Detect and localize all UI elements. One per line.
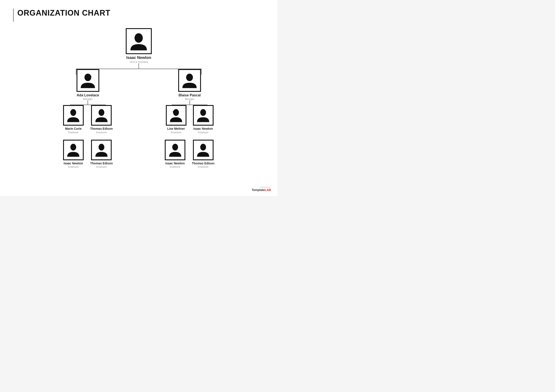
ada-name: Ada Lovelace xyxy=(77,93,99,97)
footer-branding: CREATED BY TemplateLAB xyxy=(252,186,271,192)
svg-point-7 xyxy=(173,109,179,116)
thomas-blaise2-name: Thomas Edison xyxy=(192,162,214,165)
isaac-blaise1-title: Employee xyxy=(198,131,209,134)
brand-lab: LAB xyxy=(265,188,271,192)
brand-template: Template xyxy=(252,188,265,192)
avatar-ceo xyxy=(126,28,152,54)
silhouette-ada xyxy=(79,71,97,89)
person-thomas1: Thomas Edison Employee xyxy=(90,105,113,134)
thomas1-name: Thomas Edison xyxy=(90,127,113,131)
avatar-marie xyxy=(63,105,84,126)
isaac-ada1-title: Employee xyxy=(68,165,79,168)
title-bar xyxy=(13,9,14,22)
svg-point-2 xyxy=(70,109,76,116)
avatar-isaac-blaise1 xyxy=(193,105,213,126)
ceo-level: Isaac Newton CEO & President xyxy=(126,28,152,63)
avatar-thomas-ada2 xyxy=(91,140,112,160)
page-title: ORGANIZATION CHART xyxy=(17,9,110,17)
title-section: ORGANIZATION CHART xyxy=(13,9,264,22)
svg-point-9 xyxy=(172,144,178,150)
thomas1-title: Employee xyxy=(96,131,107,134)
avatar-blaise xyxy=(178,69,201,92)
marie-title: Employee xyxy=(68,131,79,134)
isaac-ada1-name: Isaac Newton xyxy=(64,162,83,165)
avatar-isaac-blaise2 xyxy=(165,140,185,160)
avatar-thomas-blaise2 xyxy=(193,140,213,160)
svg-point-4 xyxy=(70,144,76,150)
avatar-lise xyxy=(166,105,186,126)
blaise-employees-row1: Lise Meitner Employee Isaac Newton Emplo… xyxy=(166,105,213,134)
avatar-thomas1 xyxy=(91,105,112,126)
thomas-ada2-name: Thomas Edison xyxy=(90,162,113,165)
person-lise: Lise Meitner Employee xyxy=(166,105,186,134)
person-marie: Marie Curie Employee xyxy=(63,105,84,134)
svg-point-8 xyxy=(200,109,206,116)
ceo-name: Isaac Newton xyxy=(126,56,151,60)
ceo-connector xyxy=(13,63,264,69)
ada-title: Manager xyxy=(83,98,93,100)
silhouette-marie xyxy=(65,107,81,123)
isaac-blaise2-title: Employee xyxy=(170,165,180,168)
blaise-vline xyxy=(190,100,190,105)
svg-point-5 xyxy=(99,144,104,150)
blaise-employees-row2: Isaac Newton Employee Thomas Edison Empl… xyxy=(165,140,214,168)
blaise-title: Manager xyxy=(185,98,194,100)
brand-label: TemplateLAB xyxy=(252,188,271,192)
person-thomas-ada2: Thomas Edison Employee xyxy=(90,140,113,168)
lise-name: Lise Meitner xyxy=(167,127,185,131)
silhouette-thomas-ada2 xyxy=(94,142,110,158)
manager-ada-branch: Ada Lovelace Manager xyxy=(63,69,113,168)
silhouette-ceo xyxy=(128,31,149,51)
person-ceo: Isaac Newton CEO & President xyxy=(126,28,152,63)
managers-row: Ada Lovelace Manager xyxy=(63,69,214,168)
silhouette-thomas-blaise2 xyxy=(195,142,211,158)
svg-point-10 xyxy=(200,144,206,150)
silhouette-isaac-blaise1 xyxy=(195,107,211,123)
avatar-ada xyxy=(77,69,99,92)
person-isaac-ada1: Isaac Newton Employee xyxy=(63,140,84,168)
person-ada: Ada Lovelace Manager xyxy=(77,69,99,100)
ada-employees-row1: Marie Curie Employee Thomas Edison Emplo… xyxy=(63,105,113,134)
person-isaac-blaise1: Isaac Newton Employee xyxy=(193,105,213,134)
isaac-blaise1-name: Isaac Newton xyxy=(193,127,213,131)
avatar-isaac-ada1 xyxy=(63,140,84,160)
ceo-vline xyxy=(139,63,139,69)
thomas-blaise2-title: Employee xyxy=(198,165,209,168)
blaise-name: Blaise Pascal xyxy=(178,93,201,97)
svg-point-3 xyxy=(99,109,104,116)
svg-point-0 xyxy=(135,33,143,43)
lise-title: Employee xyxy=(171,131,182,134)
ceo-title: CEO & President xyxy=(130,61,148,63)
silhouette-isaac-ada1 xyxy=(65,142,81,158)
silhouette-thomas1 xyxy=(94,107,110,123)
isaac-blaise2-name: Isaac Newton xyxy=(165,162,185,165)
left-drop xyxy=(76,69,76,75)
person-isaac-blaise2: Isaac Newton Employee xyxy=(165,140,185,168)
silhouette-isaac-blaise2 xyxy=(167,142,183,158)
org-chart: Isaac Newton CEO & President xyxy=(13,28,264,168)
thomas-ada2-title: Employee xyxy=(96,165,107,168)
right-drop xyxy=(201,69,202,75)
silhouette-lise xyxy=(168,107,184,123)
svg-point-6 xyxy=(186,74,193,81)
ada-employees-row2: Isaac Newton Employee Thomas Edison Empl… xyxy=(63,140,113,168)
silhouette-blaise xyxy=(181,71,198,89)
person-thomas-blaise2: Thomas Edison Employee xyxy=(192,140,214,168)
person-blaise: Blaise Pascal Manager xyxy=(178,69,201,100)
manager-blaise-branch: Blaise Pascal Manager xyxy=(165,69,214,168)
ada-vline xyxy=(88,100,88,105)
created-by-label: CREATED BY xyxy=(252,186,271,188)
marie-name: Marie Curie xyxy=(65,127,81,131)
